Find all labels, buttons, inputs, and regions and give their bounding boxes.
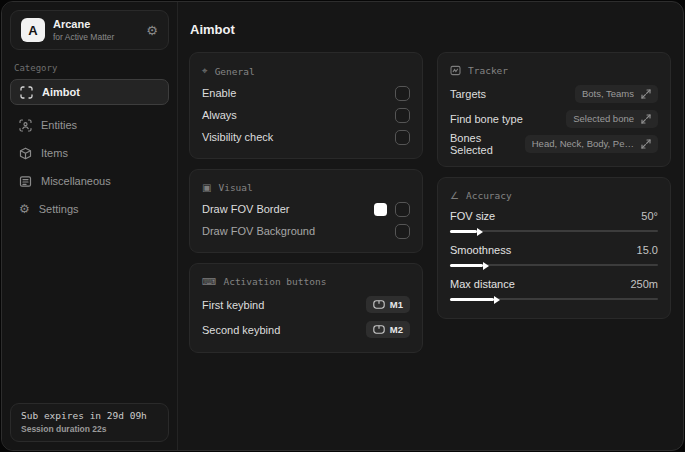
app-subtitle: for Active Matter (53, 32, 114, 42)
section-title: Activation buttons (223, 276, 326, 287)
select-value: Selected bone (573, 113, 634, 124)
visibility-check-checkbox[interactable] (395, 130, 410, 145)
visual-header: ▣ Visual (202, 182, 410, 193)
setting-row-fov-border: Draw FOV Border (202, 198, 410, 220)
visual-icon: ▣ (202, 182, 211, 193)
accuracy-card: ∠ Accuracy FOV size 50° (437, 177, 671, 319)
mouse-icon (373, 300, 385, 309)
slider-value: 50° (641, 210, 658, 222)
visual-card: ▣ Visual Draw FOV Border Draw FOV Backgr… (189, 169, 423, 253)
always-checkbox[interactable] (395, 108, 410, 123)
tracker-card: Tracker Targets Bots, Teams (437, 52, 671, 167)
setting-row-max-distance: Max distance 250m (450, 274, 658, 303)
keybind-value: M2 (390, 324, 403, 335)
setting-row-fov-background: Draw FOV Background (202, 220, 410, 242)
angle-icon: ∠ (450, 190, 459, 201)
max-distance-slider[interactable] (450, 295, 658, 303)
cube-icon (19, 147, 32, 160)
section-title: Accuracy (466, 190, 512, 201)
sidebar-item-label: Settings (39, 203, 79, 215)
sidebar-item-label: Aimbot (42, 86, 80, 98)
section-title: Tracker (468, 65, 508, 76)
general-header: ⌖ General (202, 65, 410, 77)
setting-label: First keybind (202, 299, 264, 311)
sidebar-item-items[interactable]: Items (10, 139, 169, 167)
panels-icon (19, 175, 32, 188)
keyboard-icon: ⌨ (202, 276, 216, 287)
sub-expires-text: Sub expires in 29d 09h (21, 410, 158, 421)
app-window: A Arcane for Active Matter ⚙ Category Ai… (1, 1, 684, 451)
page-title: Aimbot (190, 22, 671, 37)
sidebar-item-label: Entities (41, 119, 77, 131)
slider-value: 250m (630, 278, 658, 290)
main-content: Aimbot ⌖ General Enable Always (179, 2, 683, 450)
section-title: General (215, 66, 255, 77)
sidebar-item-settings[interactable]: ⚙ Settings (10, 195, 169, 223)
expand-icon (641, 139, 651, 149)
setting-row-visibility-check: Visibility check (202, 126, 410, 148)
sidebar-item-aimbot[interactable]: Aimbot (10, 79, 169, 105)
setting-row-enable: Enable (202, 82, 410, 104)
setting-label: Max distance (450, 278, 515, 290)
sidebar-item-miscellaneous[interactable]: Miscellaneous (10, 167, 169, 195)
logo-card: A Arcane for Active Matter ⚙ (10, 10, 169, 50)
setting-label: Always (202, 109, 237, 121)
accuracy-header: ∠ Accuracy (450, 190, 658, 201)
section-title: Visual (218, 182, 252, 193)
setting-label: Bones Selected (450, 132, 525, 156)
setting-row-fov-size: FOV size 50° (450, 206, 658, 235)
second-keybind-button[interactable]: M2 (366, 321, 410, 338)
setting-row-bones-selected: Bones Selected Head, Neck, Body, Pe… (450, 131, 658, 156)
setting-label: Draw FOV Border (202, 203, 289, 215)
setting-row-find-bone-type: Find bone type Selected bone (450, 106, 658, 131)
logo-text: Arcane for Active Matter (53, 18, 114, 42)
subscription-info: Sub expires in 29d 09h Session duration … (10, 403, 169, 442)
left-column: ⌖ General Enable Always Visibility check (189, 52, 423, 353)
sidebar-nav: Entities Items Miscellan (10, 111, 169, 223)
enable-checkbox[interactable] (395, 86, 410, 101)
setting-row-first-keybind: First keybind M1 (202, 292, 410, 317)
setting-label: Find bone type (450, 113, 523, 125)
first-keybind-button[interactable]: M1 (366, 296, 410, 313)
bones-selected-select[interactable]: Head, Neck, Body, Pe… (525, 135, 658, 153)
slider-thumb[interactable] (477, 228, 483, 236)
activation-card: ⌨ Activation buttons First keybind M1 (189, 263, 423, 353)
setting-row-second-keybind: Second keybind M2 (202, 317, 410, 342)
select-value: Bots, Teams (582, 88, 634, 99)
setting-label: Visibility check (202, 131, 273, 143)
fov-border-checkbox[interactable] (395, 202, 410, 217)
tracker-header: Tracker (450, 65, 658, 76)
sidebar-item-entities[interactable]: Entities (10, 111, 169, 139)
expand-icon (641, 89, 651, 99)
setting-label: Enable (202, 87, 236, 99)
slider-value: 15.0 (637, 244, 658, 256)
sidebar-item-label: Items (41, 147, 68, 159)
sidebar: A Arcane for Active Matter ⚙ Category Ai… (2, 2, 178, 450)
tracker-icon (450, 65, 461, 76)
select-value: Head, Neck, Body, Pe… (532, 138, 634, 149)
slider-thumb[interactable] (483, 262, 489, 270)
right-column: Tracker Targets Bots, Teams (437, 52, 671, 319)
gear-icon[interactable]: ⚙ (146, 23, 158, 38)
smoothness-slider[interactable] (450, 261, 658, 269)
slider-thumb[interactable] (494, 296, 500, 304)
entities-icon (19, 119, 32, 132)
expand-icon (641, 114, 651, 124)
setting-label: FOV size (450, 210, 495, 222)
mouse-icon (373, 325, 385, 334)
targets-select[interactable]: Bots, Teams (575, 85, 658, 103)
gear-icon: ⚙ (19, 202, 30, 216)
setting-row-targets: Targets Bots, Teams (450, 81, 658, 106)
setting-label: Smoothness (450, 244, 511, 256)
fov-size-slider[interactable] (450, 227, 658, 235)
setting-label: Draw FOV Background (202, 225, 315, 237)
fov-background-checkbox[interactable] (395, 224, 410, 239)
find-bone-type-select[interactable]: Selected bone (566, 110, 658, 128)
general-card: ⌖ General Enable Always Visibility check (189, 52, 423, 159)
setting-row-smoothness: Smoothness 15.0 (450, 240, 658, 269)
app-title: Arcane (53, 18, 114, 30)
fov-border-color-swatch[interactable] (374, 203, 387, 216)
sidebar-item-label: Miscellaneous (41, 175, 111, 187)
setting-label: Second keybind (202, 324, 280, 336)
crosshair-icon: ⌖ (202, 65, 208, 77)
